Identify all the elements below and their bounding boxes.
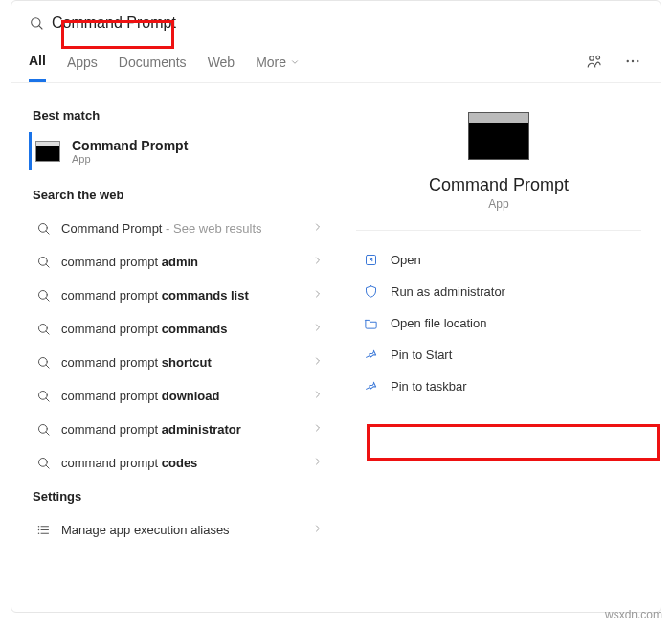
web-result-text: command prompt admin — [61, 255, 198, 269]
main-area: Best match Command Prompt App Search the… — [11, 83, 661, 589]
tab-more[interactable]: More — [256, 47, 300, 81]
search-icon — [34, 255, 52, 269]
web-result-item[interactable]: command prompt admin — [29, 245, 333, 279]
search-bar[interactable]: Command Prompt — [11, 1, 661, 41]
best-match-texts: Command Prompt App — [72, 138, 188, 165]
action-pin-to-start[interactable]: Pin to Start — [356, 339, 641, 371]
search-window: Command Prompt All Apps Documents Web Mo… — [11, 0, 661, 613]
list-icon — [34, 523, 52, 537]
search-icon — [29, 15, 44, 31]
svg-line-12 — [46, 298, 49, 301]
preview-subtitle: App — [356, 197, 641, 211]
svg-point-2 — [590, 56, 594, 61]
svg-line-14 — [46, 331, 49, 334]
svg-line-10 — [46, 264, 49, 267]
chevron-right-icon — [312, 322, 324, 336]
web-result-text: command prompt administrator — [61, 422, 241, 437]
chevron-right-icon — [312, 355, 324, 370]
svg-point-28 — [37, 533, 39, 535]
best-match-item[interactable]: Command Prompt App — [29, 132, 333, 170]
settings-item-label: Manage app execution aliases — [61, 523, 230, 537]
tab-web[interactable]: Web — [208, 47, 235, 81]
action-label: Pin to Start — [391, 348, 452, 362]
account-icon[interactable] — [582, 49, 607, 74]
open-icon — [362, 253, 379, 267]
action-label: Open — [391, 253, 421, 267]
preview-title: Command Prompt — [356, 175, 641, 195]
pin-icon — [362, 348, 379, 362]
tab-all[interactable]: All — [29, 45, 46, 82]
chevron-right-icon — [312, 456, 324, 470]
action-label: Pin to taskbar — [391, 379, 467, 393]
search-icon — [34, 355, 52, 370]
action-label: Run as administrator — [391, 284, 505, 299]
action-run-as-administrator[interactable]: Run as administrator — [356, 276, 641, 307]
action-open-file-location[interactable]: Open file location — [356, 307, 641, 339]
shield-icon — [362, 284, 379, 299]
search-input[interactable]: Command Prompt — [52, 14, 176, 32]
chevron-right-icon — [312, 389, 324, 403]
pin-icon — [362, 379, 379, 393]
svg-line-18 — [46, 398, 49, 401]
folder-icon — [362, 316, 379, 330]
chevron-right-icon — [312, 288, 324, 303]
web-result-text: command prompt shortcut — [61, 355, 212, 370]
search-icon — [34, 221, 52, 236]
filter-tabs: All Apps Documents Web More — [11, 41, 661, 83]
section-search-web: Search the web — [29, 178, 333, 212]
web-result-item[interactable]: command prompt commands list — [29, 279, 333, 312]
svg-point-6 — [637, 60, 638, 62]
svg-point-26 — [37, 526, 39, 528]
web-result-text: command prompt commands — [61, 322, 227, 336]
web-result-item[interactable]: command prompt administrator — [29, 413, 333, 446]
chevron-right-icon — [312, 523, 324, 537]
web-result-item[interactable]: Command Prompt - See web results — [29, 212, 333, 245]
best-match-subtitle: App — [72, 153, 188, 165]
tab-more-label: More — [256, 55, 286, 70]
chevron-down-icon — [290, 57, 300, 67]
command-prompt-icon-large — [468, 112, 529, 160]
search-icon — [34, 389, 52, 403]
svg-line-8 — [46, 231, 49, 234]
settings-item[interactable]: Manage app execution aliases — [29, 513, 333, 547]
web-result-item[interactable]: command prompt download — [29, 379, 333, 413]
svg-line-22 — [46, 465, 49, 468]
search-icon — [34, 422, 52, 437]
search-icon — [34, 288, 52, 303]
svg-line-1 — [39, 26, 42, 29]
best-match-title: Command Prompt — [72, 138, 188, 153]
chevron-right-icon — [312, 255, 324, 269]
svg-point-3 — [596, 56, 600, 59]
web-result-text: command prompt codes — [61, 456, 197, 470]
web-results-list: Command Prompt - See web resultscommand … — [29, 212, 333, 480]
svg-point-27 — [37, 529, 39, 531]
svg-point-4 — [627, 60, 629, 62]
action-open[interactable]: Open — [356, 244, 641, 276]
action-pin-to-taskbar[interactable]: Pin to taskbar — [356, 371, 641, 402]
command-prompt-icon — [35, 141, 60, 162]
settings-list: Manage app execution aliases — [29, 513, 333, 547]
more-options-icon[interactable] — [620, 49, 645, 74]
web-result-text: command prompt commands list — [61, 288, 249, 303]
search-icon — [34, 322, 52, 336]
results-column: Best match Command Prompt App Search the… — [11, 83, 337, 589]
chevron-right-icon — [312, 422, 324, 437]
section-best-match: Best match — [29, 99, 333, 132]
tab-documents[interactable]: Documents — [119, 47, 187, 81]
svg-line-16 — [46, 365, 49, 368]
svg-point-5 — [632, 60, 634, 62]
tab-apps[interactable]: Apps — [67, 47, 98, 81]
web-result-text: command prompt download — [61, 389, 219, 403]
web-result-item[interactable]: command prompt commands — [29, 312, 333, 346]
web-result-text: Command Prompt - See web results — [61, 221, 262, 236]
svg-line-20 — [46, 432, 49, 435]
preview-column: Command Prompt App OpenRun as administra… — [337, 83, 661, 589]
preview-header: Command Prompt App — [356, 112, 641, 231]
action-label: Open file location — [391, 316, 486, 330]
web-result-item[interactable]: command prompt codes — [29, 446, 333, 480]
section-settings: Settings — [29, 480, 333, 513]
web-result-item[interactable]: command prompt shortcut — [29, 346, 333, 379]
chevron-right-icon — [312, 221, 324, 236]
watermark: wsxdn.com — [605, 608, 662, 621]
search-icon — [34, 456, 52, 470]
